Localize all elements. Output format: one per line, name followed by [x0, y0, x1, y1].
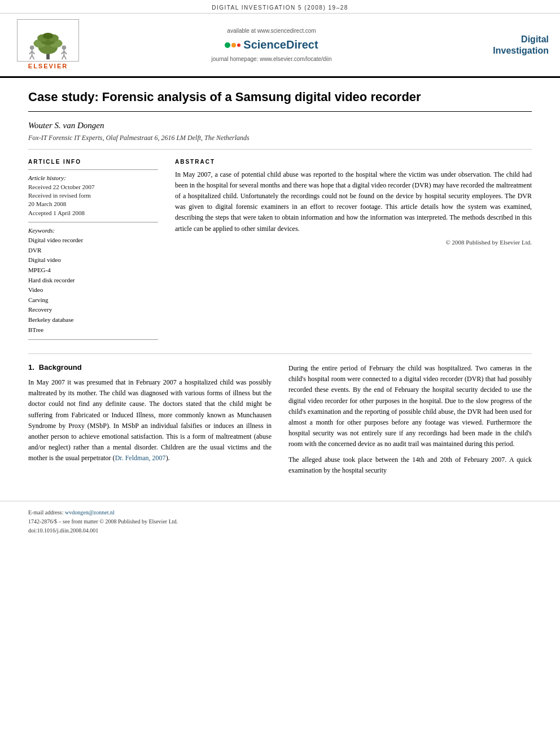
svg-point-8	[30, 46, 34, 50]
keyword-7: Carving	[28, 295, 158, 305]
elsevier-label: ELSEVIER	[11, 62, 85, 71]
journal-homepage: journal homepage: www.elsevier.com/locat…	[212, 56, 332, 62]
journal-citation: DIGITAL INVESTIGATION 5 (2008) 19–28	[212, 5, 348, 11]
accepted: Accepted 1 April 2008	[28, 209, 158, 217]
abstract-title: ABSTRACT	[175, 159, 532, 165]
center-logos: available at www.sciencedirect.com Scien…	[85, 28, 458, 62]
top-banner: ELSEVIER available at www.sciencedirect.…	[0, 13, 560, 78]
svg-line-18	[62, 55, 64, 60]
footer-doi: doi:10.1016/j.diin.2008.04.001	[28, 527, 98, 534]
elsevier-tree-icon	[23, 32, 73, 61]
author-affiliation: Fox-IT Forensic IT Experts, Olaf Palmest…	[28, 134, 532, 150]
digital-investigation-logo: Digital Investigation	[458, 34, 549, 55]
keyword-1: Digital video recorder	[28, 235, 158, 246]
abstract-text: In May 2007, a case of potential child a…	[175, 169, 532, 234]
keyword-9: Berkeley database	[28, 315, 158, 325]
article-content: Case study: Forensic analysis of a Samsu…	[0, 78, 560, 492]
section1-para3: The alleged abuse took place between the…	[288, 455, 532, 476]
keyword-3: Digital video	[28, 255, 158, 265]
section1-title: Background	[39, 363, 82, 372]
body-col-right: During the entire period of February the…	[288, 363, 532, 480]
keyword-10: BTree	[28, 325, 158, 335]
keyword-5: Hard disk recorder	[28, 276, 158, 286]
received2: 20 March 2008	[28, 200, 158, 208]
footer-email-link[interactable]: wvdongen@zonnet.nl	[65, 509, 115, 516]
section1-para1: In May 2007 it was presumed that in Febr…	[28, 377, 272, 464]
sd-dot2	[231, 43, 236, 47]
keyword-6: Video	[28, 285, 158, 295]
received-revised-label: Received in revised form	[28, 191, 158, 200]
sciencedirect-logo: ScienceDirect	[225, 38, 318, 51]
keyword-4: MPEG-4	[28, 265, 158, 276]
sciencedirect-icon	[225, 42, 240, 48]
divider2	[28, 222, 158, 222]
keywords-label: Keywords:	[28, 227, 158, 234]
ref-feldman[interactable]: Dr. Feldman, 2007	[115, 454, 166, 462]
sd-dot3	[237, 43, 240, 47]
footer-email-label: E-mail address:	[28, 509, 63, 516]
article-info: ARTICLE INFO Article history: Received 2…	[28, 159, 158, 345]
article-footer: E-mail address: wvdongen@zonnet.nl 1742-…	[0, 501, 560, 540]
footer-issn: 1742-2876/$ – see front matter © 2008 Pu…	[28, 518, 178, 525]
svg-point-7	[43, 33, 54, 39]
svg-line-12	[30, 55, 32, 60]
received1: Received 22 October 2007	[28, 183, 158, 191]
available-text: available at www.sciencedirect.com	[227, 28, 316, 34]
elsevier-logo-img	[17, 19, 79, 62]
article-title: Case study: Forensic analysis of a Samsu…	[28, 89, 532, 112]
author-name: Wouter S. van Dongen	[28, 121, 532, 130]
svg-line-19	[64, 55, 66, 60]
section1-number: 1.	[28, 363, 34, 372]
sciencedirect-text: ScienceDirect	[243, 38, 318, 51]
abstract-section: ABSTRACT In May 2007, a case of potentia…	[175, 159, 532, 345]
section1-heading: 1. Background	[28, 363, 272, 372]
body-columns: 1. Background In May 2007 it was presume…	[28, 363, 532, 480]
di-logo-title: Digital Investigation	[458, 34, 549, 55]
keywords-list: Digital video recorder DVR Digital video…	[28, 235, 158, 335]
info-abstract-section: ARTICLE INFO Article history: Received 2…	[28, 159, 532, 355]
copyright-text: © 2008 Published by Elsevier Ltd.	[175, 239, 532, 246]
divider1	[28, 169, 158, 170]
journal-header: DIGITAL INVESTIGATION 5 (2008) 19–28	[0, 0, 560, 13]
svg-line-13	[32, 55, 34, 60]
svg-point-14	[62, 46, 67, 50]
elsevier-logo: ELSEVIER	[11, 19, 85, 71]
history-label: Article history:	[28, 174, 158, 181]
body-col-left: 1. Background In May 2007 it was presume…	[28, 363, 272, 480]
sd-dot1	[225, 42, 230, 48]
section1-para2: During the entire period of February the…	[288, 363, 532, 450]
keyword-2: DVR	[28, 246, 158, 256]
article-info-title: ARTICLE INFO	[28, 159, 158, 165]
keyword-8: Recovery	[28, 305, 158, 315]
divider3	[28, 339, 158, 340]
